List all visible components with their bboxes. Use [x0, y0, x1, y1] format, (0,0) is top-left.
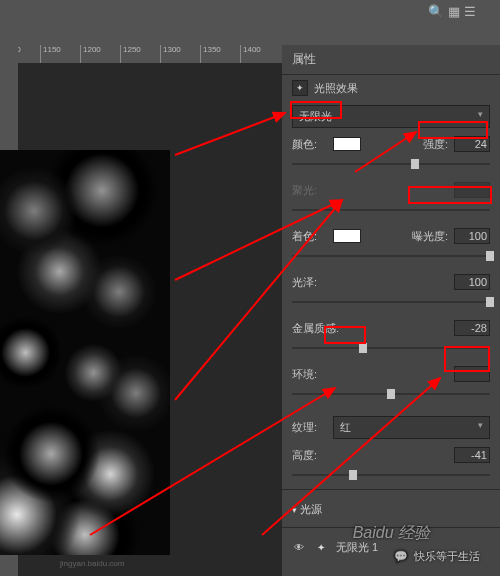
watermark-footer: 💬 快乐等于生活 — [394, 549, 480, 564]
gloss-label: 光泽: — [292, 275, 327, 290]
grid-icon[interactable]: ▦ — [448, 4, 460, 19]
menu-icon[interactable]: ☰ — [464, 4, 476, 19]
gloss-slider[interactable] — [292, 294, 490, 310]
properties-panel: 属性 ✦ 光照效果 无限光 颜色: 强度: 24 聚光: 着色: — [282, 45, 500, 576]
texture-row: 纹理: 红 — [292, 408, 490, 443]
light-type-dropdown[interactable]: 无限光 — [292, 105, 490, 128]
ambience-label: 环境: — [292, 367, 327, 382]
tint-label: 着色: — [292, 229, 327, 244]
metallic-row: 金属质感: -28 — [292, 316, 490, 340]
height-value[interactable]: -41 — [454, 447, 490, 463]
tint-swatch[interactable] — [333, 229, 361, 243]
intensity-slider[interactable] — [292, 156, 490, 172]
ambience-row: 环境: — [292, 362, 490, 386]
infinite-light-icon: ✦ — [314, 541, 328, 555]
height-label: 高度: — [292, 448, 327, 463]
color-row: 颜色: 强度: 24 — [292, 132, 490, 156]
texture-dropdown[interactable]: 红 — [333, 416, 490, 439]
height-slider[interactable] — [292, 467, 490, 483]
color-swatch[interactable] — [333, 137, 361, 151]
ambience-value[interactable] — [454, 366, 490, 382]
metallic-value[interactable]: -28 — [454, 320, 490, 336]
top-toolbar: 🔍 ▦ ☰ — [428, 4, 476, 19]
metallic-label: 金属质感: — [292, 321, 352, 336]
ambience-slider[interactable] — [292, 386, 490, 402]
focus-value — [454, 182, 490, 198]
ruler-horizontal: 110011501200 125013001350 1400 — [0, 45, 282, 63]
watermark-url: jingyan.baidu.com — [60, 559, 124, 568]
light-type-value: 无限光 — [299, 110, 332, 122]
panel-tab[interactable]: 属性 — [282, 45, 500, 75]
intensity-label: 强度: — [423, 137, 448, 152]
gloss-value[interactable]: 100 — [454, 274, 490, 290]
height-row: 高度: -41 — [292, 443, 490, 467]
effect-icon: ✦ — [292, 80, 308, 96]
lights-header[interactable]: 光源 — [292, 496, 490, 521]
focus-row: 聚光: — [292, 178, 490, 202]
visibility-icon[interactable]: 👁 — [292, 541, 306, 555]
gloss-row: 光泽: 100 — [292, 270, 490, 294]
chat-icon: 💬 — [394, 550, 408, 563]
exposure-label: 曝光度: — [412, 229, 448, 244]
effect-name: 光照效果 — [314, 81, 358, 96]
exposure-value[interactable]: 100 — [454, 228, 490, 244]
intensity-value[interactable]: 24 — [454, 136, 490, 152]
exposure-slider[interactable] — [292, 248, 490, 264]
effect-header: ✦ 光照效果 — [282, 75, 500, 101]
color-label: 颜色: — [292, 137, 327, 152]
image-preview[interactable] — [0, 150, 170, 555]
focus-slider — [292, 202, 490, 218]
metallic-slider[interactable] — [292, 340, 490, 356]
rock-texture — [0, 150, 170, 555]
texture-value: 红 — [340, 421, 351, 433]
canvas: 110011501200 125013001350 1400 — [0, 45, 282, 576]
focus-label: 聚光: — [292, 183, 327, 198]
watermark-brand: Baidu 经验 — [353, 523, 430, 544]
texture-label: 纹理: — [292, 420, 327, 435]
tint-row: 着色: 曝光度: 100 — [292, 224, 490, 248]
search-icon[interactable]: 🔍 — [428, 4, 444, 19]
